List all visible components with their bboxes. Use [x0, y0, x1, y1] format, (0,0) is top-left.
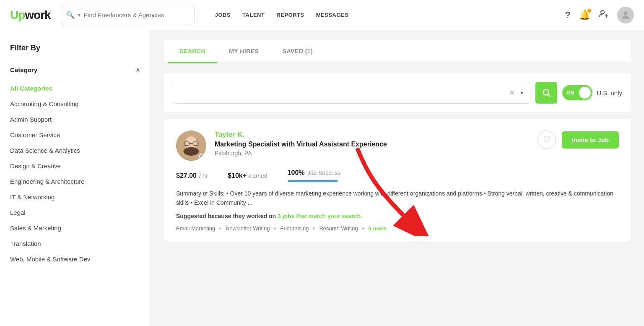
search-dropdown-arrow-icon[interactable]: ▾ — [520, 89, 523, 96]
category-header: Category ∧ — [10, 66, 140, 74]
earned-label: earned — [249, 172, 267, 179]
sidebar-item-data-science[interactable]: Data Science & Analytics — [10, 143, 140, 158]
result-card: Taylor K. Marketing Specialist with Virt… — [164, 119, 631, 242]
svg-point-7 — [186, 136, 197, 148]
add-user-icon[interactable] — [599, 9, 609, 21]
header-search-input[interactable] — [84, 11, 190, 18]
skill-dot-2 — [274, 227, 276, 230]
rate-unit: / hr — [199, 172, 208, 179]
avatar[interactable] — [617, 7, 634, 23]
category-collapse-icon[interactable]: ∧ — [135, 66, 140, 74]
sidebar-item-translation[interactable]: Translation — [10, 236, 140, 251]
toggle-container: ON U.S. only — [562, 85, 622, 100]
logo[interactable]: Upwork — [10, 8, 51, 22]
main-search-box[interactable]: virtual assitant ✕ ▾ — [173, 82, 530, 104]
tab-saved[interactable]: SAVED (1) — [271, 40, 325, 63]
heart-icon: ♡ — [543, 135, 551, 145]
more-skills[interactable]: 5 more — [369, 225, 387, 232]
logo-work: work — [25, 8, 50, 21]
page-body: Filter By Category ∧ All Categories Acco… — [0, 30, 644, 326]
nav-reports[interactable]: REPORTS — [276, 12, 304, 18]
skill-fundraising[interactable]: Fundraising — [280, 225, 309, 232]
search-icon: 🔍 — [66, 11, 75, 19]
sidebar-item-customer-service[interactable]: Customer Service — [10, 127, 140, 143]
card-stats: $27.00 / hr $10k+ earned 100% Job Succes… — [176, 169, 619, 182]
card-description: Summary of Skills: • Over 10 years of di… — [176, 189, 619, 208]
rate-stat: $27.00 / hr — [176, 172, 208, 180]
category-list: All Categories Accounting & Consulting A… — [10, 81, 140, 267]
sidebar-item-accounting[interactable]: Accounting & Consulting — [10, 96, 140, 112]
skill-dot-4 — [362, 227, 364, 230]
suggested-text: Suggested because they worked on 3 jobs … — [176, 213, 619, 219]
main-nav: JOBS TALENT REPORTS MESSAGES — [215, 12, 349, 18]
suggested-text-label: Suggested because they worked on — [176, 213, 276, 219]
skills-row: Email Marketing Newsletter Writing Fundr… — [176, 225, 619, 232]
notification-dot — [587, 9, 591, 13]
skill-dot-1 — [219, 227, 221, 230]
filter-by-title: Filter By — [10, 44, 140, 52]
sidebar-item-engineering[interactable]: Engineering & Architecture — [10, 174, 140, 189]
skill-newsletter[interactable]: Newsletter Writing — [226, 225, 270, 232]
freelancer-location: Pittsburgh, PA — [215, 150, 529, 156]
freelancer-name[interactable]: Taylor K. — [215, 130, 529, 139]
nav-icons: ? 🔔 — [565, 7, 634, 23]
sidebar-item-web[interactable]: Web, Mobile & Software Dev — [10, 251, 140, 267]
svg-point-4 — [543, 90, 549, 95]
nav-jobs[interactable]: JOBS — [215, 12, 231, 18]
job-success-stat: 100% Job Success — [288, 169, 340, 182]
online-status-dot — [199, 154, 205, 159]
svg-point-0 — [601, 10, 604, 14]
nav-talent[interactable]: TALENT — [242, 12, 265, 18]
tab-search[interactable]: SEARCH — [168, 40, 217, 63]
nav-messages[interactable]: MESSAGES — [316, 12, 349, 18]
sidebar: Filter By Category ∧ All Categories Acco… — [0, 30, 151, 326]
rate-value: $27.00 — [176, 172, 197, 180]
job-success-label: Job Success — [307, 170, 340, 176]
skill-email-marketing[interactable]: Email Marketing — [176, 225, 215, 232]
svg-point-3 — [623, 11, 627, 15]
card-top: Taylor K. Marketing Specialist with Virt… — [176, 130, 619, 161]
job-success-bar — [288, 180, 338, 182]
sidebar-item-design[interactable]: Design & Creative — [10, 158, 140, 174]
category-section-title: Category — [10, 66, 37, 73]
sidebar-item-sales[interactable]: Sales & Marketing — [10, 220, 140, 236]
header: Upwork 🔍 ▾ JOBS TALENT REPORTS MESSAGES … — [0, 0, 644, 30]
svg-line-5 — [548, 94, 550, 96]
logo-up: Up — [10, 8, 25, 21]
invite-to-job-button[interactable]: Invite to Job — [562, 131, 619, 149]
search-dropdown-icon[interactable]: ▾ — [78, 12, 80, 18]
card-actions: ♡ Invite to Job — [538, 130, 619, 149]
earned-stat: $10k+ earned — [228, 172, 267, 180]
us-only-toggle[interactable]: ON — [562, 85, 592, 100]
freelancer-title: Marketing Specialist with Virtual Assist… — [215, 141, 529, 148]
sidebar-item-it[interactable]: IT & Networking — [10, 189, 140, 205]
job-success-value: 100% — [288, 169, 305, 177]
svg-point-10 — [184, 147, 199, 156]
header-search-bar[interactable]: 🔍 ▾ — [61, 6, 195, 24]
notification-icon[interactable]: 🔔 — [579, 10, 590, 21]
sidebar-item-admin-support[interactable]: Admin Support — [10, 112, 140, 127]
clear-search-icon[interactable]: ✕ — [509, 88, 515, 97]
earned-value: $10k+ — [228, 172, 247, 180]
card-info: Taylor K. Marketing Specialist with Virt… — [215, 130, 529, 156]
main-search-input[interactable]: virtual assitant — [180, 89, 504, 96]
toggle-label: ON — [566, 90, 574, 96]
toggle-knob — [579, 87, 591, 99]
freelancer-avatar[interactable] — [176, 130, 206, 161]
save-button[interactable]: ♡ — [538, 130, 556, 149]
main-content: SEARCH MY HIRES SAVED (1) virtual assita… — [151, 30, 644, 326]
tab-my-hires[interactable]: MY HIRES — [217, 40, 270, 63]
job-success-fill — [288, 180, 338, 182]
help-icon[interactable]: ? — [565, 10, 571, 21]
sidebar-item-legal[interactable]: Legal — [10, 205, 140, 220]
skill-resume-writing[interactable]: Resume Writing — [319, 225, 358, 232]
us-only-label: U.S. only — [597, 89, 622, 96]
skill-dot-3 — [313, 227, 315, 230]
search-button[interactable] — [535, 82, 557, 104]
suggested-link[interactable]: 3 jobs that match your search. — [278, 213, 362, 219]
sidebar-item-all-categories[interactable]: All Categories — [10, 81, 140, 96]
tab-bar: SEARCH MY HIRES SAVED (1) — [164, 40, 631, 63]
logo-text: Upwork — [10, 8, 51, 22]
search-row: virtual assitant ✕ ▾ ON U.S. only — [164, 73, 631, 112]
